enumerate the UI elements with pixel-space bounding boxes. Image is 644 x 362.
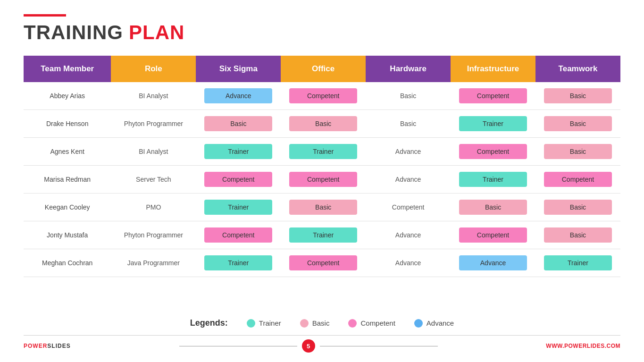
skill-badge-basic: Basic [544, 200, 612, 215]
cell-hardware: Advance [366, 221, 451, 249]
skill-badge-trainer: Trainer [289, 144, 357, 159]
legend-label-basic: Basic [312, 319, 330, 327]
cell-six-sigma: Competent [196, 221, 281, 249]
skill-badge-basic: Basic [544, 88, 612, 103]
cell-name: Jonty Mustafa [24, 221, 111, 249]
table-body: Abbey AriasBI AnalystAdvanceCompetentBas… [24, 82, 620, 277]
skill-badge-advance: Advance [459, 255, 527, 270]
table-row: Abbey AriasBI AnalystAdvanceCompetentBas… [24, 82, 620, 110]
legend-basic: Basic [300, 319, 330, 328]
cell-teamwork: Competent [535, 166, 620, 194]
cell-hardware: Basic [366, 110, 451, 138]
cell-role: Phyton Programmer [111, 221, 196, 249]
page-number: 5 [302, 339, 315, 353]
cell-office: Basic [281, 194, 366, 221]
title-training: TRAINING [24, 21, 123, 44]
cell-role: Server Tech [111, 166, 196, 194]
skill-badge-basic: Basic [544, 116, 612, 131]
cell-role: BI Analyst [111, 138, 196, 166]
skill-badge-competent: Competent [459, 144, 527, 159]
cell-office: Basic [281, 110, 366, 138]
legend-label-competent: Competent [360, 319, 395, 327]
cell-six-sigma: Trainer [196, 138, 281, 166]
legends-label: Legends: [190, 318, 228, 328]
footer: POWERSLIDES 5 WWW.POWERLIDES.COM [24, 335, 620, 353]
cell-infrastructure: Competent [451, 138, 535, 166]
col-header-infrastructure: Infrastructure [451, 56, 535, 82]
footer-brand: POWERSLIDES [24, 343, 71, 349]
legend-trainer: Trainer [247, 319, 281, 328]
legend-dot-advance [414, 319, 423, 328]
footer-line-left [179, 346, 297, 346]
cell-infrastructure: Competent [451, 82, 535, 110]
skill-badge-competent: Competent [289, 255, 357, 270]
col-header-team-member: Team Member [24, 56, 111, 82]
skill-badge-competent: Competent [289, 88, 357, 103]
table-row: Meghan CochranJava ProgrammerTrainerComp… [24, 249, 620, 277]
skill-badge-competent: Competent [289, 172, 357, 187]
cell-office: Competent [281, 166, 366, 194]
cell-office: Competent [281, 249, 366, 277]
col-header-role: Role [111, 56, 196, 82]
footer-center: 5 [179, 339, 438, 353]
skill-badge-basic: Basic [544, 144, 612, 159]
cell-office: Trainer [281, 138, 366, 166]
footer-line-right [320, 346, 438, 346]
cell-infrastructure: Trainer [451, 110, 535, 138]
cell-office: Trainer [281, 221, 366, 249]
table-wrapper: Team Member Role Six Sigma Office Hardwa… [24, 56, 620, 311]
skill-badge-trainer: Trainer [459, 172, 527, 187]
cell-six-sigma: Advance [196, 82, 281, 110]
skill-badge-competent: Competent [459, 88, 527, 103]
skill-badge-competent: Competent [204, 172, 272, 187]
cell-role: Phyton Programmer [111, 110, 196, 138]
legends-row: Legends: Trainer Basic Competent Advance [24, 311, 620, 333]
cell-hardware: Basic [366, 82, 451, 110]
legend-label-trainer: Trainer [259, 319, 281, 327]
cell-name: Abbey Arias [24, 82, 111, 110]
legend-dot-competent [348, 319, 357, 328]
col-header-hardware: Hardware [366, 56, 451, 82]
footer-website: WWW.POWERLIDES.COM [546, 343, 620, 349]
cell-name: Marisa Redman [24, 166, 111, 194]
legend-competent: Competent [348, 319, 395, 328]
title-plan: PLAN [129, 21, 184, 44]
footer-brand-bold: POWER [24, 343, 47, 349]
training-plan-table: Team Member Role Six Sigma Office Hardwa… [24, 56, 620, 277]
skill-badge-trainer: Trainer [459, 116, 527, 131]
skill-badge-trainer: Trainer [204, 200, 272, 215]
legend-advance: Advance [414, 319, 454, 328]
cell-teamwork: Basic [535, 221, 620, 249]
cell-six-sigma: Basic [196, 110, 281, 138]
cell-infrastructure: Basic [451, 194, 535, 221]
page-container: TRAINING PLAN Team Member Role Six Sigma… [0, 0, 644, 362]
skill-badge-basic: Basic [544, 227, 612, 243]
legend-dot-basic [300, 319, 309, 328]
cell-teamwork: Basic [535, 138, 620, 166]
cell-infrastructure: Trainer [451, 166, 535, 194]
table-row: Marisa RedmanServer TechCompetentCompete… [24, 166, 620, 194]
cell-hardware: Advance [366, 249, 451, 277]
cell-role: BI Analyst [111, 82, 196, 110]
skill-badge-trainer: Trainer [544, 255, 612, 270]
legend-label-advance: Advance [427, 319, 454, 327]
skill-badge-basic: Basic [289, 200, 357, 215]
cell-office: Competent [281, 82, 366, 110]
table-header-row: Team Member Role Six Sigma Office Hardwa… [24, 56, 620, 82]
skill-badge-competent: Competent [459, 227, 527, 243]
cell-hardware: Advance [366, 166, 451, 194]
cell-six-sigma: Trainer [196, 194, 281, 221]
cell-teamwork: Basic [535, 194, 620, 221]
legend-dot-trainer [247, 319, 255, 328]
skill-badge-advance: Advance [204, 88, 272, 103]
cell-name: Keegan Cooley [24, 194, 111, 221]
cell-infrastructure: Competent [451, 221, 535, 249]
skill-badge-competent: Competent [544, 172, 612, 187]
cell-six-sigma: Competent [196, 166, 281, 194]
table-row: Keegan CooleyPMOTrainerBasicCompetentBas… [24, 194, 620, 221]
col-header-teamwork: Teamwork [535, 56, 620, 82]
cell-role: PMO [111, 194, 196, 221]
cell-hardware: Competent [366, 194, 451, 221]
footer-brand-light: SLIDES [47, 343, 70, 349]
cell-six-sigma: Trainer [196, 249, 281, 277]
